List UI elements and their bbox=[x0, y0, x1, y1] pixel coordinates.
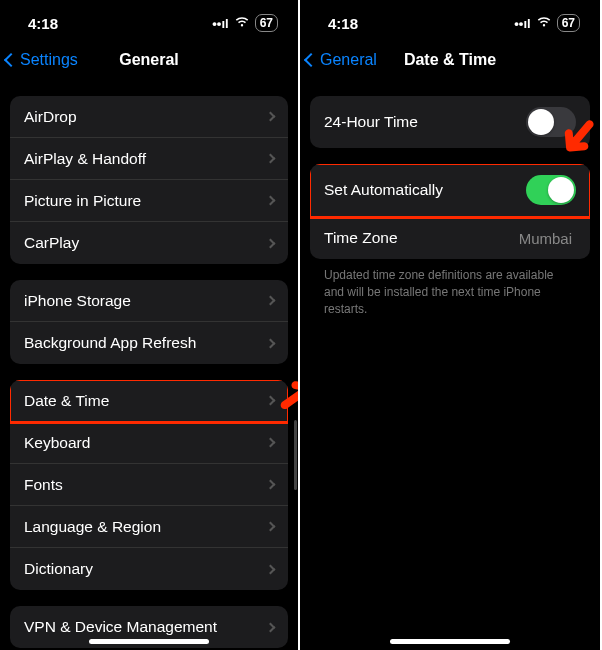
row-label: Picture in Picture bbox=[24, 192, 141, 210]
row-airdrop[interactable]: AirDrop bbox=[10, 96, 288, 138]
home-indicator[interactable] bbox=[390, 639, 510, 644]
row-label: AirDrop bbox=[24, 108, 77, 126]
home-indicator[interactable] bbox=[89, 639, 209, 644]
chevron-right-icon bbox=[266, 112, 276, 122]
toggle-knob bbox=[548, 177, 574, 203]
chevron-right-icon bbox=[266, 622, 276, 632]
row-time-zone[interactable]: Time Zone Mumbai bbox=[310, 217, 590, 259]
settings-content[interactable]: AirDropAirPlay & HandoffPicture in Pictu… bbox=[0, 80, 298, 650]
settings-group: Date & TimeKeyboardFontsLanguage & Regio… bbox=[10, 380, 288, 590]
wifi-icon bbox=[536, 16, 552, 31]
nav-title: General bbox=[119, 51, 179, 69]
back-label: Settings bbox=[20, 51, 78, 69]
status-right: ••ıl 67 bbox=[514, 14, 580, 32]
battery-indicator: 67 bbox=[557, 14, 580, 32]
chevron-right-icon bbox=[266, 564, 276, 574]
row-picture-in-picture[interactable]: Picture in Picture bbox=[10, 180, 288, 222]
row-airplay-handoff[interactable]: AirPlay & Handoff bbox=[10, 138, 288, 180]
footer-text: Updated time zone definitions are availa… bbox=[310, 259, 590, 325]
group-timezone: Set Automatically Time Zone Mumbai bbox=[310, 164, 590, 259]
toggle-set-automatically[interactable] bbox=[526, 175, 576, 205]
row-label: Set Automatically bbox=[324, 181, 443, 199]
row-date-time[interactable]: Date & Time bbox=[10, 380, 288, 422]
chevron-right-icon bbox=[266, 480, 276, 490]
chevron-right-icon bbox=[266, 438, 276, 448]
status-right: ••ıl 67 bbox=[212, 14, 278, 32]
nav-title: Date & Time bbox=[404, 51, 496, 69]
status-time: 4:18 bbox=[28, 15, 58, 32]
chevron-right-icon bbox=[266, 522, 276, 532]
row-label: Time Zone bbox=[324, 229, 398, 247]
wifi-icon bbox=[234, 16, 250, 31]
row-label: Dictionary bbox=[24, 560, 93, 578]
status-time: 4:18 bbox=[328, 15, 358, 32]
row-background-app-refresh[interactable]: Background App Refresh bbox=[10, 322, 288, 364]
nav-bar: General Date & Time bbox=[300, 40, 600, 80]
settings-group: iPhone StorageBackground App Refresh bbox=[10, 280, 288, 364]
cellular-icon: ••ıl bbox=[514, 16, 530, 31]
row-label: AirPlay & Handoff bbox=[24, 150, 146, 168]
row-iphone-storage[interactable]: iPhone Storage bbox=[10, 280, 288, 322]
phone-datetime-screen: 4:18 ••ıl 67 General Date & Time 24-Hour… bbox=[300, 0, 600, 650]
chevron-right-icon bbox=[266, 196, 276, 206]
row-label: 24-Hour Time bbox=[324, 113, 418, 131]
settings-group: AirDropAirPlay & HandoffPicture in Pictu… bbox=[10, 96, 288, 264]
chevron-right-icon bbox=[266, 238, 276, 248]
battery-indicator: 67 bbox=[255, 14, 278, 32]
row-label: iPhone Storage bbox=[24, 292, 131, 310]
row-set-automatically[interactable]: Set Automatically bbox=[310, 164, 590, 217]
status-bar: 4:18 ••ıl 67 bbox=[0, 0, 298, 40]
chevron-right-icon bbox=[266, 296, 276, 306]
row-keyboard[interactable]: Keyboard bbox=[10, 422, 288, 464]
row-label: CarPlay bbox=[24, 234, 79, 252]
chevron-back-icon bbox=[4, 53, 18, 67]
row-label: Fonts bbox=[24, 476, 63, 494]
chevron-back-icon bbox=[304, 53, 318, 67]
row-label: Background App Refresh bbox=[24, 334, 196, 352]
back-button[interactable]: Settings bbox=[6, 51, 78, 69]
cellular-icon: ••ıl bbox=[212, 16, 228, 31]
chevron-right-icon bbox=[266, 154, 276, 164]
row-label: Date & Time bbox=[24, 392, 109, 410]
row-label: Keyboard bbox=[24, 434, 90, 452]
row-language-region[interactable]: Language & Region bbox=[10, 506, 288, 548]
chevron-right-icon bbox=[266, 338, 276, 348]
back-button[interactable]: General bbox=[306, 51, 377, 69]
row-fonts[interactable]: Fonts bbox=[10, 464, 288, 506]
back-label: General bbox=[320, 51, 377, 69]
row-dictionary[interactable]: Dictionary bbox=[10, 548, 288, 590]
row-value: Mumbai bbox=[519, 230, 572, 247]
row-label: Language & Region bbox=[24, 518, 161, 536]
row-label: VPN & Device Management bbox=[24, 618, 217, 636]
phone-general-screen: 4:18 ••ıl 67 Settings General AirDropAir… bbox=[0, 0, 300, 650]
row-carplay[interactable]: CarPlay bbox=[10, 222, 288, 264]
datetime-content: 24-Hour Time Set Automatically Time Zone… bbox=[300, 80, 600, 650]
status-bar: 4:18 ••ıl 67 bbox=[300, 0, 600, 40]
nav-bar: Settings General bbox=[0, 40, 298, 80]
